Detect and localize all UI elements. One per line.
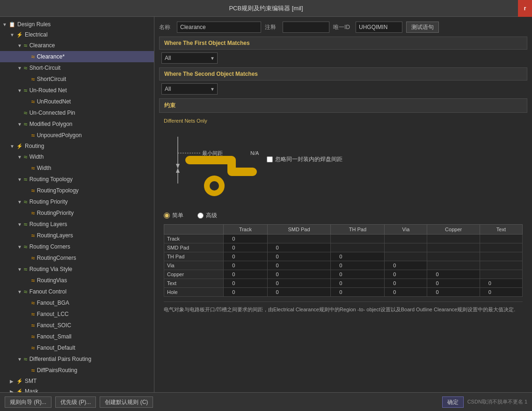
table-cell-4-0[interactable] bbox=[224, 270, 267, 279]
table-input-6-0[interactable] bbox=[226, 289, 240, 295]
tree-item-routing-corners-item[interactable]: ≈RoutingCorners bbox=[0, 252, 154, 264]
tree-item-unrouted-net[interactable]: ▼≈Un-Routed Net bbox=[0, 85, 154, 96]
tree-item-routing-layers[interactable]: ▼≈Routing Layers bbox=[0, 219, 154, 230]
table-cell-5-2[interactable] bbox=[331, 279, 385, 288]
ok-button[interactable]: 确定 bbox=[442, 396, 464, 408]
tree-item-clearance-item[interactable]: ≈Clearance* bbox=[0, 51, 154, 62]
test-button[interactable]: 测试语句 bbox=[406, 22, 439, 33]
table-input-5-0[interactable] bbox=[226, 280, 240, 286]
second-match-dropdown-wrapper[interactable]: AllNetNet ClassLayer ▼ bbox=[161, 83, 218, 95]
simple-radio-option[interactable]: 简单 bbox=[164, 212, 183, 220]
first-match-dropdown-wrapper[interactable]: AllNetNet ClassLayer ▼ bbox=[161, 52, 218, 64]
tree-item-fanout-bga[interactable]: ≈Fanout_BGA bbox=[0, 297, 154, 308]
tree-item-routing-topology[interactable]: ▼≈Routing Topology bbox=[0, 174, 154, 185]
table-cell-5-0[interactable] bbox=[224, 279, 267, 288]
second-match-dropdown[interactable]: AllNetNet ClassLayer bbox=[161, 83, 218, 95]
tree-item-fanout-soic[interactable]: ≈Fanout_SOIC bbox=[0, 320, 154, 331]
table-input-4-3[interactable] bbox=[387, 272, 401, 277]
tree-item-routing-priority-item[interactable]: ≈RoutingPriority bbox=[0, 207, 154, 219]
tree-item-fanout-lcc[interactable]: ≈Fanout_LCC bbox=[0, 308, 154, 320]
table-cell-6-3[interactable] bbox=[385, 288, 427, 297]
table-cell-2-0[interactable] bbox=[224, 252, 267, 261]
table-input-3-3[interactable] bbox=[387, 263, 401, 268]
simple-radio[interactable] bbox=[164, 213, 170, 219]
table-cell-2-2[interactable] bbox=[331, 252, 385, 261]
first-match-dropdown[interactable]: AllNetNet ClassLayer bbox=[161, 52, 218, 64]
table-cell-3-3[interactable] bbox=[385, 261, 427, 270]
uid-input[interactable] bbox=[356, 22, 402, 33]
tree-item-diff-pairs[interactable]: ▼≈Differential Pairs Routing bbox=[0, 353, 154, 365]
table-cell-6-4[interactable] bbox=[427, 288, 480, 297]
table-input-6-5[interactable] bbox=[483, 289, 497, 295]
table-input-6-3[interactable] bbox=[387, 289, 401, 295]
create-default-button[interactable]: 创建默认规则 (C) bbox=[100, 396, 153, 408]
table-input-2-1[interactable] bbox=[270, 254, 284, 259]
tree-item-short-circuit[interactable]: ▼≈Short-Circuit bbox=[0, 62, 154, 73]
tree-item-routing-priority[interactable]: ▼≈Routing Priority bbox=[0, 196, 154, 207]
table-cell-6-0[interactable] bbox=[224, 288, 267, 297]
table-input-6-4[interactable] bbox=[430, 289, 444, 295]
table-cell-1-1[interactable] bbox=[267, 243, 331, 252]
name-input[interactable] bbox=[177, 22, 261, 33]
table-input-5-5[interactable] bbox=[483, 280, 497, 286]
tree-item-routing-layers-item[interactable]: ≈RoutingLayers bbox=[0, 230, 154, 241]
tree-item-routing-topology-item[interactable]: ≈RoutingTopology bbox=[0, 185, 154, 196]
tree-item-modified-polygon[interactable]: ▼≈Modified Polygon bbox=[0, 118, 154, 130]
table-input-5-2[interactable] bbox=[334, 280, 348, 286]
tree-item-unconnected-pin[interactable]: ≈Un-Connected Pin bbox=[0, 107, 154, 118]
table-cell-1-0[interactable] bbox=[224, 243, 267, 252]
tree-item-width[interactable]: ▼≈Width bbox=[0, 151, 154, 162]
table-cell-4-1[interactable] bbox=[267, 270, 331, 279]
table-input-1-0[interactable] bbox=[226, 245, 240, 250]
table-input-4-2[interactable] bbox=[334, 272, 348, 277]
table-input-5-1[interactable] bbox=[270, 280, 284, 286]
close-button[interactable]: r bbox=[518, 0, 532, 17]
table-input-4-4[interactable] bbox=[430, 272, 444, 277]
table-cell-0-0[interactable] bbox=[224, 235, 267, 243]
tree-item-width-item[interactable]: ≈Width bbox=[0, 162, 154, 174]
advanced-radio[interactable] bbox=[197, 213, 204, 219]
tree-item-routing-via-style[interactable]: ▼≈Routing Via Style bbox=[0, 264, 154, 275]
table-cell-5-3[interactable] bbox=[385, 279, 427, 288]
table-input-3-0[interactable] bbox=[226, 263, 240, 268]
table-input-4-1[interactable] bbox=[270, 272, 284, 277]
tree-item-unpouredpolygon[interactable]: ≈UnpouredPolygon bbox=[0, 130, 154, 141]
table-input-6-2[interactable] bbox=[334, 289, 348, 295]
tree-item-unrouted-net-item[interactable]: ≈UnRoutedNet bbox=[0, 96, 154, 107]
table-cell-4-3[interactable] bbox=[385, 270, 427, 279]
table-input-6-1[interactable] bbox=[270, 289, 284, 295]
rules-wizard-button[interactable]: 规则向导 (R)... bbox=[5, 396, 51, 408]
tree-item-fanout-small[interactable]: ≈Fanout_Small bbox=[0, 331, 154, 342]
table-cell-3-0[interactable] bbox=[224, 261, 267, 270]
table-input-5-4[interactable] bbox=[430, 280, 444, 286]
table-input-2-0[interactable] bbox=[226, 254, 240, 259]
table-cell-3-2[interactable] bbox=[331, 261, 385, 270]
table-cell-6-2[interactable] bbox=[331, 288, 385, 297]
table-cell-6-1[interactable] bbox=[267, 288, 331, 297]
tree-item-clearance-group[interactable]: ▼≈Clearance bbox=[0, 40, 154, 51]
tree-item-fanout-default[interactable]: ≈Fanout_Default bbox=[0, 342, 154, 353]
tree-item-routing-corners[interactable]: ▼≈Routing Corners bbox=[0, 241, 154, 252]
tree-item-mask[interactable]: ▶⚡Mask bbox=[0, 386, 154, 392]
table-cell-6-5[interactable] bbox=[480, 288, 522, 297]
advanced-radio-option[interactable]: 高级 bbox=[197, 212, 217, 220]
table-cell-5-5[interactable] bbox=[480, 279, 522, 288]
table-input-2-2[interactable] bbox=[334, 254, 348, 259]
tree-item-short-circuit-item[interactable]: ≈ShortCircuit bbox=[0, 73, 154, 85]
tree-item-routing[interactable]: ▼⚡Routing bbox=[0, 141, 154, 151]
priorities-button[interactable]: 优先级 (P)... bbox=[55, 396, 96, 408]
table-cell-2-1[interactable] bbox=[267, 252, 331, 261]
tree-item-design-rules[interactable]: ▼📋Design Rules bbox=[0, 19, 154, 29]
tree-item-fanout-control[interactable]: ▼≈Fanout Control bbox=[0, 286, 154, 297]
table-input-3-2[interactable] bbox=[334, 263, 348, 268]
table-input-0-0[interactable] bbox=[226, 236, 240, 242]
comment-input[interactable] bbox=[283, 22, 329, 33]
table-cell-5-1[interactable] bbox=[267, 279, 331, 288]
table-input-4-0[interactable] bbox=[226, 272, 240, 277]
table-cell-4-4[interactable] bbox=[427, 270, 480, 279]
ignore-pads-checkbox[interactable] bbox=[267, 156, 273, 162]
tree-item-routing-vias-item[interactable]: ≈RoutingVias bbox=[0, 275, 154, 286]
tree-item-electrical[interactable]: ▼⚡Electrical bbox=[0, 29, 154, 40]
tree-item-smt[interactable]: ▶⚡SMT bbox=[0, 376, 154, 386]
table-cell-4-2[interactable] bbox=[331, 270, 385, 279]
